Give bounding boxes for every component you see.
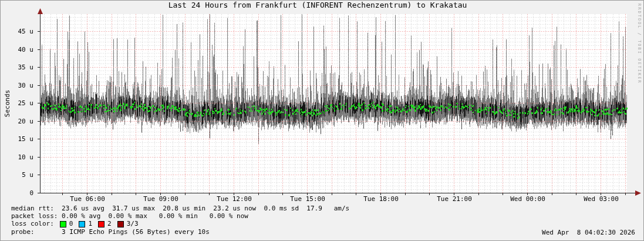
x-axis-tick-label: Tue 18:00 (360, 196, 402, 203)
y-axis-tick-label: 40 u (8, 46, 33, 53)
y-axis-tick-label: 30 u (8, 82, 33, 89)
legend-median-rtt: median rtt: 23.6 us avg 31.7 us max 20.8… (11, 205, 349, 212)
y-axis-tick-label: 10 u (8, 154, 33, 161)
loss-color-swatch-2 (98, 221, 104, 227)
loss-color-value-0: 0 (69, 220, 73, 227)
y-axis-tick-label: 35 u (8, 64, 33, 71)
loss-color-value-1: 1 (88, 220, 92, 227)
x-axis-tick-label: Tue 06:00 (67, 196, 108, 203)
legend-loss-color: loss color: 0 1 2 3/3 (11, 220, 139, 227)
y-axis-tick-label: 45 u (8, 28, 33, 35)
chart-title: Last 24 Hours from Frankfurt (INFORENT R… (1, 1, 635, 9)
loss-color-value-2: 2 (107, 220, 112, 227)
rrdtool-latency-graph: Last 24 Hours from Frankfurt (INFORENT R… (0, 0, 644, 241)
y-axis-tick-label: 20 u (8, 118, 33, 125)
loss-color-value-3: 3/3 (127, 220, 139, 227)
y-axis-tick-label: 25 u (8, 100, 33, 107)
loss-color-swatch-3 (117, 221, 124, 227)
legend-probe: probe: 3 ICMP Echo Pings (56 Bytes) ever… (11, 229, 210, 236)
y-axis-tick-label: 0 (8, 190, 33, 197)
x-axis-tick-label: Tue 09:00 (140, 196, 181, 203)
loss-color-swatch-1 (79, 221, 85, 227)
graph-timestamp: Wed Apr 8 04:02:30 2026 (542, 229, 635, 236)
x-axis-tick-label: Wed 03:00 (581, 196, 622, 203)
x-axis-tick-label: Wed 00:00 (507, 196, 548, 203)
rrdtool-watermark: RRDTOOL / TOBI OETIKER (637, 4, 642, 84)
loss-color-label: loss color: (11, 220, 54, 227)
y-axis-tick-label: 15 u (8, 136, 33, 143)
x-axis-tick-label: Tue 15:00 (287, 196, 328, 203)
legend-packet-loss: packet loss: 0.00 % avg 0.00 % max 0.00 … (11, 213, 248, 220)
y-axis-tick-label: 5 u (8, 172, 33, 179)
loss-color-swatch-0 (60, 221, 66, 227)
x-axis-tick-label: Tue 12:00 (214, 196, 255, 203)
x-axis-tick-label: Tue 21:00 (434, 196, 475, 203)
